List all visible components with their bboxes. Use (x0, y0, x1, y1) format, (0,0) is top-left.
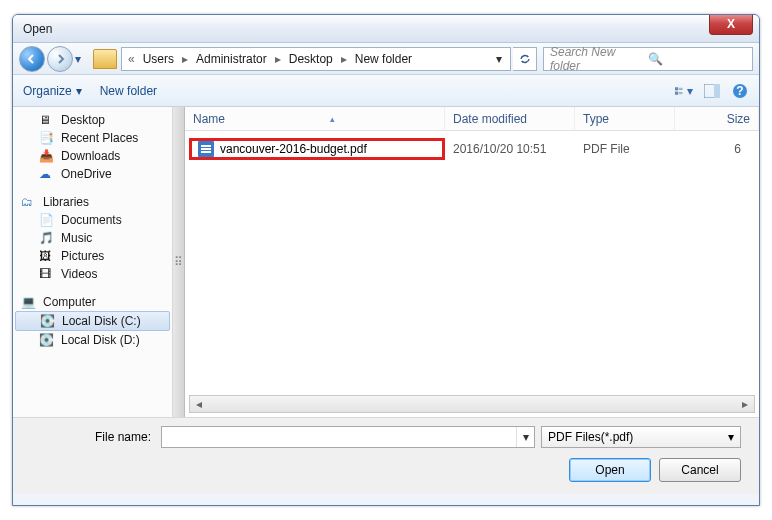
view-options-button[interactable]: ▾ (675, 82, 693, 100)
col-type[interactable]: Type (575, 107, 675, 130)
chevron-right-icon: ▸ (275, 52, 281, 66)
pdf-file-icon (198, 141, 214, 157)
sort-asc-icon: ▴ (330, 114, 335, 124)
breadcrumb-segment[interactable]: Administrator (192, 52, 271, 66)
sidebar-item-desktop[interactable]: 🖥Desktop (13, 111, 172, 129)
forward-button[interactable] (47, 46, 73, 72)
organize-label: Organize (23, 84, 72, 98)
file-name-cell[interactable]: vancouver-2016-budget.pdf (189, 138, 445, 160)
downloads-icon: 📥 (39, 149, 55, 163)
svg-text:?: ? (736, 84, 743, 98)
svg-rect-1 (679, 87, 683, 88)
documents-icon: 📄 (39, 213, 55, 227)
body-area: 🖥Desktop 📑Recent Places 📥Downloads ☁OneD… (13, 107, 759, 417)
file-size: 6 (675, 142, 755, 156)
chevron-right-icon: ▸ (182, 52, 188, 66)
disk-icon: 💽 (39, 333, 55, 347)
chevron-right-icon: ▸ (341, 52, 347, 66)
arrow-left-icon (26, 53, 38, 65)
svg-rect-2 (679, 89, 683, 90)
filter-label: PDF Files(*.pdf) (548, 430, 728, 444)
bottom-panel: File name: ▾ PDF Files(*.pdf) ▾ Open Can… (13, 417, 759, 494)
sidebar-item-downloads[interactable]: 📥Downloads (13, 147, 172, 165)
arrow-right-icon (54, 53, 66, 65)
toolbar: Organize ▾ New folder ▾ ? (13, 75, 759, 107)
breadcrumb[interactable]: « Users ▸ Administrator ▸ Desktop ▸ New … (121, 47, 511, 71)
sidebar-item-videos[interactable]: 🎞Videos (13, 265, 172, 283)
preview-pane-button[interactable] (703, 82, 721, 100)
window-title: Open (23, 22, 52, 36)
col-date[interactable]: Date modified (445, 107, 575, 130)
sidebar-item-pictures[interactable]: 🖼Pictures (13, 247, 172, 265)
filename-combobox[interactable]: ▾ (161, 426, 535, 448)
splitter[interactable]: ⠿ (173, 107, 185, 417)
filename-input[interactable] (162, 427, 516, 447)
filename-dropdown[interactable]: ▾ (516, 427, 534, 447)
close-button[interactable]: X (709, 15, 753, 35)
breadcrumb-dropdown[interactable]: ▾ (492, 52, 506, 66)
new-folder-button[interactable]: New folder (100, 84, 157, 98)
scroll-left-icon[interactable]: ◂ (190, 396, 208, 412)
refresh-button[interactable] (513, 47, 537, 71)
search-icon: 🔍 (648, 52, 746, 66)
recent-icon: 📑 (39, 131, 55, 145)
col-size[interactable]: Size (675, 107, 759, 130)
chevron-down-icon: ▾ (728, 430, 734, 444)
file-type: PDF File (575, 142, 675, 156)
help-button[interactable]: ? (731, 82, 749, 100)
videos-icon: 🎞 (39, 267, 55, 281)
breadcrumb-segment[interactable]: Desktop (285, 52, 337, 66)
new-folder-label: New folder (100, 84, 157, 98)
scroll-track[interactable] (208, 396, 736, 412)
sidebar-item-documents[interactable]: 📄Documents (13, 211, 172, 229)
h-scrollbar[interactable]: ◂ ▸ (189, 395, 755, 413)
help-icon: ? (732, 83, 748, 99)
view-icon (675, 85, 685, 97)
breadcrumb-segment[interactable]: New folder (351, 52, 416, 66)
refresh-icon (518, 52, 532, 66)
pane-icon (704, 84, 720, 98)
sidebar-item-onedrive[interactable]: ☁OneDrive (13, 165, 172, 183)
search-input[interactable]: Search New folder 🔍 (543, 47, 753, 71)
chevron-down-icon: ▾ (76, 84, 82, 98)
sidebar-libraries[interactable]: 🗂Libraries (13, 193, 172, 211)
sidebar-computer[interactable]: 💻Computer (13, 293, 172, 311)
back-button[interactable] (19, 46, 45, 72)
chevron-left-double-icon: « (128, 52, 135, 66)
file-row[interactable]: vancouver-2016-budget.pdf 2016/10/20 10:… (189, 137, 755, 161)
sidebar-item-recent[interactable]: 📑Recent Places (13, 129, 172, 147)
filetype-filter[interactable]: PDF Files(*.pdf) ▾ (541, 426, 741, 448)
nav-sidebar[interactable]: 🖥Desktop 📑Recent Places 📥Downloads ☁OneD… (13, 107, 173, 417)
nav-bar: ▾ « Users ▸ Administrator ▸ Desktop ▸ Ne… (13, 43, 759, 75)
open-dialog: Open X ▾ « Users ▸ Administrator ▸ Deskt… (12, 14, 760, 506)
organize-menu[interactable]: Organize ▾ (23, 84, 82, 98)
history-dropdown[interactable]: ▾ (75, 52, 89, 66)
onedrive-icon: ☁ (39, 167, 55, 181)
computer-icon: 💻 (21, 295, 37, 309)
libraries-icon: 🗂 (21, 195, 37, 209)
svg-rect-7 (714, 84, 720, 98)
pictures-icon: 🖼 (39, 249, 55, 263)
sidebar-item-music[interactable]: 🎵Music (13, 229, 172, 247)
titlebar[interactable]: Open X (13, 15, 759, 43)
sidebar-item-local-d[interactable]: 💽Local Disk (D:) (13, 331, 172, 349)
chevron-down-icon: ▾ (687, 84, 693, 98)
col-name[interactable]: Name▴ (185, 107, 445, 130)
list-header: Name▴ Date modified Type Size (185, 107, 759, 131)
breadcrumb-segment[interactable]: Users (139, 52, 178, 66)
file-date: 2016/10/20 10:51 (445, 142, 575, 156)
svg-rect-0 (675, 87, 678, 90)
music-icon: 🎵 (39, 231, 55, 245)
sidebar-item-local-c[interactable]: 💽Local Disk (C:) (15, 311, 170, 331)
svg-rect-3 (675, 91, 678, 94)
cancel-button[interactable]: Cancel (659, 458, 741, 482)
desktop-icon: 🖥 (39, 113, 55, 127)
svg-rect-4 (679, 92, 683, 93)
search-placeholder: Search New folder (550, 45, 648, 73)
file-name: vancouver-2016-budget.pdf (220, 142, 367, 156)
svg-rect-5 (679, 93, 683, 94)
file-list[interactable]: Name▴ Date modified Type Size vancouver-… (185, 107, 759, 417)
open-button[interactable]: Open (569, 458, 651, 482)
folder-icon (93, 49, 117, 69)
scroll-right-icon[interactable]: ▸ (736, 396, 754, 412)
